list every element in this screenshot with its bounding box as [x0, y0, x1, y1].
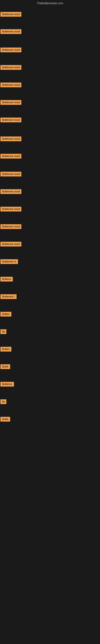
badge-row-4: Bottleneck result	[0, 65, 21, 71]
bottleneck-badge-23[interactable]: Bo	[0, 399, 6, 404]
badge-row-14: Bottleneck result	[0, 242, 21, 247]
bottleneck-badge-9[interactable]: Bottleneck result	[0, 154, 21, 158]
bottleneck-badge-18[interactable]: Bottlen	[0, 312, 11, 316]
bottleneck-badge-7[interactable]: Bottleneck result	[0, 118, 21, 122]
badge-row-8: Bottleneck result	[0, 136, 21, 142]
bottleneck-badge-17[interactable]: Bottleneck r	[0, 294, 17, 299]
bottleneck-badge-10[interactable]: Bottleneck result	[0, 172, 21, 176]
bottleneck-badge-13[interactable]: Bottleneck result	[0, 224, 21, 229]
bottleneck-badge-12[interactable]: Bottleneck result	[0, 207, 21, 212]
site-title: TheBottlenecker.com	[0, 0, 100, 6]
bottleneck-badge-22[interactable]: Bottlenec	[0, 382, 14, 386]
bottleneck-badge-14[interactable]: Bottleneck result	[0, 242, 21, 246]
badge-row-6: Bottleneck result	[0, 100, 21, 106]
badge-row-17: Bottleneck r	[0, 294, 17, 300]
badge-row-22: Bottlenec	[0, 382, 14, 388]
badge-row-2: Bottleneck result	[0, 29, 21, 35]
bottleneck-badge-16[interactable]: Bottlene	[0, 277, 13, 282]
badge-row-16: Bottlene	[0, 277, 13, 282]
bottleneck-badge-4[interactable]: Bottleneck result	[0, 65, 21, 70]
badge-row-24: Bottle	[0, 417, 10, 422]
badge-row-20: Bottlen	[0, 347, 11, 352]
bottleneck-badge-20[interactable]: Bottlen	[0, 347, 11, 352]
bottleneck-badge-2[interactable]: Bottleneck result	[0, 29, 21, 34]
bottleneck-badge-24[interactable]: Bottle	[0, 417, 10, 422]
bottleneck-badge-8[interactable]: Bottleneck result	[0, 136, 21, 141]
bottleneck-badge-15[interactable]: Bottleneck re	[0, 259, 18, 264]
badge-row-3: Bottleneck result	[0, 48, 21, 53]
badge-row-1: Bottleneck result	[0, 12, 21, 18]
badge-row-18: Bottlen	[0, 312, 11, 317]
badges-container: Bottleneck resultBottleneck resultBottle…	[0, 6, 100, 640]
site-title-text: TheBottlenecker.com	[37, 2, 63, 5]
badge-row-23: Bo	[0, 399, 6, 405]
bottleneck-badge-3[interactable]: Bottleneck result	[0, 48, 21, 52]
badge-row-19: Bo	[0, 329, 6, 335]
bottleneck-badge-6[interactable]: Bottleneck result	[0, 100, 21, 105]
badge-row-10: Bottleneck result	[0, 172, 21, 177]
badge-row-15: Bottleneck re	[0, 259, 18, 265]
bottleneck-badge-21[interactable]: Bottle	[0, 364, 10, 369]
bottleneck-badge-11[interactable]: Bottleneck result	[0, 189, 21, 194]
badge-row-9: Bottleneck result	[0, 154, 21, 160]
badge-row-7: Bottleneck result	[0, 118, 21, 123]
badge-row-13: Bottleneck result	[0, 224, 21, 230]
badge-row-11: Bottleneck result	[0, 189, 21, 195]
badge-row-5: Bottleneck result	[0, 82, 21, 88]
badge-row-21: Bottle	[0, 364, 10, 370]
bottleneck-badge-19[interactable]: Bo	[0, 329, 6, 334]
bottleneck-badge-5[interactable]: Bottleneck result	[0, 82, 21, 87]
badge-row-12: Bottleneck result	[0, 207, 21, 212]
bottleneck-badge-1[interactable]: Bottleneck result	[0, 12, 21, 17]
